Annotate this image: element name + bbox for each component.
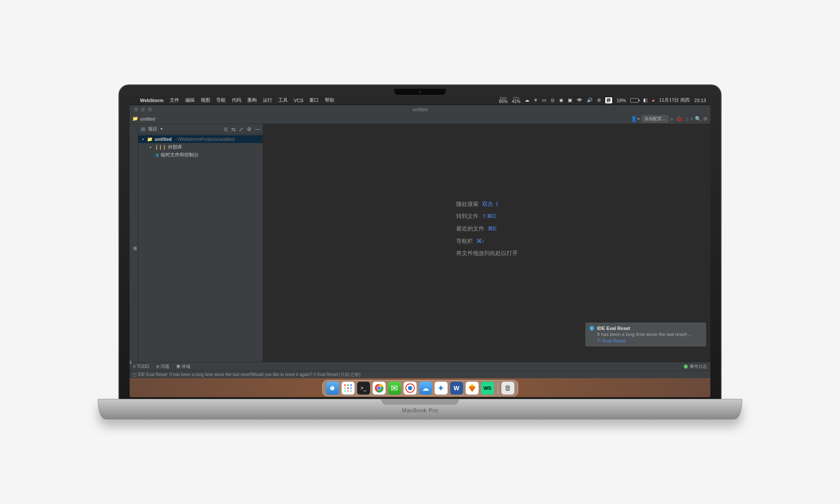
dock-sketch[interactable] xyxy=(466,382,479,395)
search-tray-icon[interactable]: ⊚ xyxy=(597,97,601,103)
tab-event-log[interactable]: 事件日志 xyxy=(690,364,707,370)
svg-rect-3 xyxy=(344,387,346,389)
menu-vcs[interactable]: VCS xyxy=(294,98,304,103)
select-opened-icon[interactable]: ⊙ xyxy=(224,126,228,132)
debug-icon[interactable]: 🐞 xyxy=(676,116,682,122)
status-rect-icon[interactable]: ▢ xyxy=(132,372,136,377)
dock-word[interactable]: W xyxy=(450,382,463,395)
svg-rect-8 xyxy=(350,390,352,392)
tree-external-libraries[interactable]: ▸ ❙❙❙ 外部库 xyxy=(138,143,263,151)
event-log-badge-icon: 1 xyxy=(684,364,688,369)
editor-area[interactable]: 随处搜索双击 ⇧ 转到文件⇧⌘O 最近的文件⌘E 导航栏⌘↑ 将文件拖放到此处以… xyxy=(263,124,710,362)
menu-help[interactable]: 帮助 xyxy=(325,97,334,103)
dock-baidu-netdisk[interactable] xyxy=(404,382,417,395)
menu-view[interactable]: 视图 xyxy=(201,97,210,103)
dock-finder[interactable]: ☻ xyxy=(326,382,339,395)
tree-root-row[interactable]: ▾ 📁 untitled ~/WebstormProjects/untitled xyxy=(138,135,263,143)
project-panel-dropdown-icon[interactable]: ▼ xyxy=(160,127,163,131)
panel-settings-icon[interactable]: ⚙ xyxy=(247,126,252,132)
tab-todo[interactable]: ≡ TODO xyxy=(133,364,149,369)
stop-icon[interactable]: ■ xyxy=(690,116,693,122)
dock-trash[interactable]: 🗑 xyxy=(501,382,514,395)
menu-run[interactable]: 运行 xyxy=(263,97,272,103)
status-message: IDE Eval Reset: It has been a long time … xyxy=(138,372,361,378)
project-panel-title[interactable]: 项目 xyxy=(148,126,157,132)
cloud-icon[interactable]: ☁︎ xyxy=(525,97,529,103)
settings-icon[interactable]: ⚙ xyxy=(703,116,708,122)
menubar-date[interactable]: 11月17日 周四 xyxy=(659,97,690,103)
wechat-tray-icon[interactable]: ✳︎ xyxy=(534,97,538,103)
dock-safari[interactable]: ✦ xyxy=(435,382,448,395)
refresh-icon: ↻ xyxy=(597,338,601,343)
notification-body: It has been a long time since the last r… xyxy=(597,332,702,337)
menu-edit[interactable]: 编辑 xyxy=(185,97,195,103)
display-tray-icon[interactable]: ▭ xyxy=(542,97,546,103)
project-tool-window: ▤ 项目 ▼ ⊙ ⇆ ⤢ ⚙ — ▾ xyxy=(138,124,263,362)
menu-file[interactable]: 文件 xyxy=(170,97,179,103)
volume-icon[interactable]: 🔊 xyxy=(587,97,593,103)
cpu-indicator[interactable]: CPU 41% xyxy=(512,96,520,104)
tray-dot-2-icon[interactable]: ● xyxy=(652,98,655,103)
user-dropdown-icon[interactable]: 👤▾ xyxy=(631,116,640,122)
dock: ☻ >_ ✉︎ ☁︎ ✦ W xyxy=(322,380,518,396)
macos-menubar: WebStorm 文件 编辑 视图 导航 代码 重构 运行 工具 VCS 窗口 … xyxy=(130,96,710,105)
dock-chrome[interactable] xyxy=(373,382,386,395)
traffic-zoom-icon[interactable] xyxy=(148,107,152,112)
tray-dot-1-icon[interactable]: ◧ xyxy=(643,97,647,103)
notification-action-link[interactable]: ↻ Eval Reset xyxy=(597,338,625,343)
menu-tools[interactable]: 工具 xyxy=(278,97,288,103)
battery-percent: 19% xyxy=(616,98,626,103)
search-everywhere-icon[interactable]: 🔍 xyxy=(695,116,701,122)
dock-wechat[interactable]: ✉︎ xyxy=(388,382,401,395)
notification-title: IDE Eval Reset xyxy=(597,326,630,331)
chevron-down-icon[interactable]: ▾ xyxy=(141,137,145,141)
svg-rect-0 xyxy=(344,384,346,386)
laptop-frame: WebStorm 文件 编辑 视图 导航 代码 重构 运行 工具 VCS 窗口 … xyxy=(118,84,722,420)
hint-drop-files: 将文件拖放到此处以打开 xyxy=(456,250,518,256)
traffic-minimize-icon[interactable] xyxy=(141,107,145,112)
hint-navbar: 导航栏 xyxy=(456,237,473,244)
menu-window[interactable]: 窗口 xyxy=(309,97,319,103)
project-tree: ▾ 📁 untitled ~/WebstormProjects/untitled… xyxy=(138,134,263,159)
tray-icon-3[interactable]: ▣ xyxy=(568,97,572,103)
menubar-time[interactable]: 23:13 xyxy=(694,98,706,103)
svg-point-13 xyxy=(408,386,412,390)
menu-code[interactable]: 代码 xyxy=(232,97,241,103)
hide-panel-icon[interactable]: — xyxy=(255,126,260,132)
svg-rect-2 xyxy=(350,384,352,386)
dock-webstorm[interactable]: WS xyxy=(481,382,494,395)
hint-recent-files: 最近的文件 xyxy=(456,225,484,232)
tab-terminal[interactable]: ▣ 终端 xyxy=(176,364,190,370)
screen-bezel: WebStorm 文件 编辑 视图 导航 代码 重构 运行 工具 VCS 窗口 … xyxy=(118,84,722,399)
expand-all-icon[interactable]: ⇆ xyxy=(231,126,236,132)
wifi-icon[interactable] xyxy=(576,98,582,103)
dock-cloud-app[interactable]: ☁︎ xyxy=(419,382,432,395)
breadcrumb-root[interactable]: untitled xyxy=(140,116,155,121)
ext-lib-label: 外部库 xyxy=(168,144,182,150)
bottom-tool-tabs: ≡ TODO ⊘ 问题 ▣ 终端 1 事件日志 xyxy=(130,362,710,370)
run-config-dropdown[interactable]: 添加配置... xyxy=(641,115,668,123)
collapse-all-icon[interactable]: ⤢ xyxy=(239,126,243,132)
dock-launchpad[interactable] xyxy=(342,382,355,395)
dock-separator xyxy=(498,383,498,394)
svg-rect-5 xyxy=(350,387,352,389)
run-icon[interactable]: ▶ xyxy=(670,116,674,122)
chevron-right-icon[interactable]: ▸ xyxy=(149,145,153,149)
traffic-close-icon[interactable] xyxy=(134,107,138,112)
menu-navigate[interactable]: 导航 xyxy=(216,97,226,103)
input-method-indicator[interactable]: 拼 xyxy=(605,97,612,103)
battery-icon[interactable] xyxy=(630,98,639,103)
tab-problems[interactable]: ⊘ 问题 xyxy=(156,364,169,370)
project-view-icon: ▤ xyxy=(141,126,145,132)
tray-icon[interactable]: ◎ xyxy=(551,97,555,103)
scratch-icon: ◑ xyxy=(155,152,159,158)
menu-refactor[interactable]: 重构 xyxy=(247,97,257,103)
ram-indicator[interactable]: RAM 65% xyxy=(499,96,507,104)
laptop-model-label: MacBook Pro xyxy=(402,407,438,414)
tree-scratches[interactable]: ◑ 临时文件和控制台 xyxy=(138,151,263,159)
menubar-app-name[interactable]: WebStorm xyxy=(140,98,164,103)
tray-icon-2[interactable]: ◉ xyxy=(559,97,563,103)
svg-marker-15 xyxy=(469,387,476,392)
dock-terminal[interactable]: >_ xyxy=(357,382,370,395)
coverage-icon[interactable]: ◔ xyxy=(684,116,688,122)
